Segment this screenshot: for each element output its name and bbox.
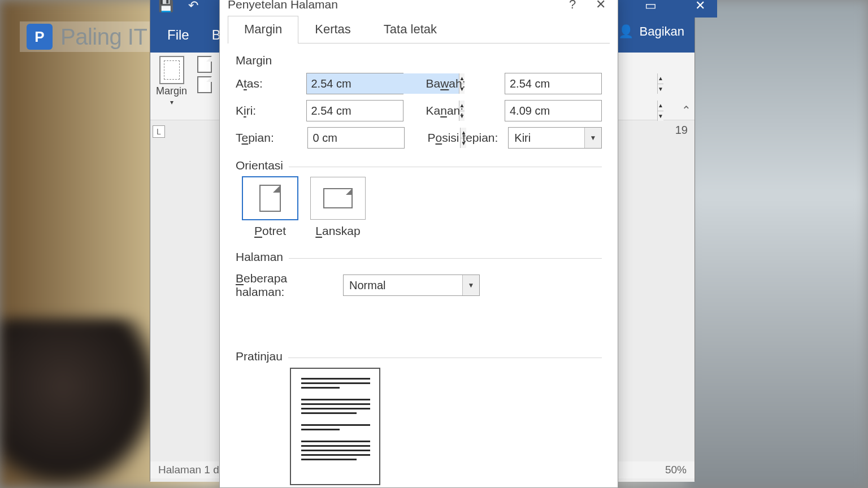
page-setup-dialog: Penyetelan Halaman ? ✕ Margin Kertas Tat…: [219, 0, 618, 488]
ribbon-margin-label: Margin: [156, 85, 187, 97]
group-orientasi: Orientasi: [236, 159, 283, 172]
tab-tata-letak[interactable]: Tata letak: [367, 16, 453, 43]
ruler-marker: 19: [675, 124, 688, 137]
save-icon[interactable]: 💾: [158, 0, 173, 13]
label-bawah: Bawah:: [426, 77, 500, 90]
spin-up-icon[interactable]: ▲: [658, 101, 663, 111]
spin-up-icon[interactable]: ▲: [658, 73, 663, 84]
preview-page: [290, 368, 380, 485]
watermark-logo-icon: P: [27, 24, 53, 50]
portrait-label: Potret: [254, 224, 286, 238]
portrait-icon: [259, 185, 281, 212]
dialog-body: Margin Atas: ▲▼ Bawah: ▲▼ Kiri: ▲▼ Kanan…: [220, 43, 618, 485]
select-beberapa-value: Normal: [344, 279, 462, 292]
watermark-text: Paling IT: [60, 24, 147, 50]
input-atas[interactable]: ▲▼: [306, 73, 403, 94]
ribbon-page-icons[interactable]: [197, 56, 212, 93]
divider: [289, 258, 602, 259]
spin-down-icon[interactable]: ▼: [658, 111, 663, 121]
dialog-title: Penyetelan Halaman: [228, 0, 338, 11]
select-posisi-value: Kiri: [509, 132, 584, 145]
group-margin: Margin: [236, 54, 602, 67]
landscape-label: Lanskap: [315, 224, 360, 238]
dialog-tabs: Margin Kertas Tata letak: [228, 15, 610, 43]
word-restore-icon[interactable]: ▭: [633, 0, 667, 18]
status-zoom[interactable]: 50%: [665, 464, 687, 476]
ribbon-margin-button[interactable]: Margin ▾: [156, 56, 187, 106]
watermark: P Paling IT: [20, 21, 154, 52]
group-halaman: Halaman: [236, 250, 283, 264]
input-bawah-field[interactable]: [505, 73, 657, 94]
landscape-icon: [323, 188, 353, 208]
group-pratinjau: Pratinjau: [236, 350, 283, 363]
input-bawah[interactable]: ▲▼: [505, 73, 602, 94]
dialog-help-icon[interactable]: ?: [560, 0, 585, 14]
status-page: Halaman 1 da: [158, 464, 225, 476]
ruler-corner-icon[interactable]: L: [153, 125, 165, 138]
chevron-down-icon[interactable]: ▼: [584, 128, 601, 148]
orientation-portrait[interactable]: Potret: [242, 177, 298, 238]
dialog-close-icon[interactable]: ✕: [588, 0, 613, 14]
share-icon: 👤: [618, 24, 633, 39]
input-kiri[interactable]: ▲▼: [306, 100, 403, 121]
input-tepian[interactable]: ▲▼: [307, 127, 405, 149]
undo-icon[interactable]: ↶: [188, 0, 198, 13]
margin-icon: [159, 56, 184, 84]
label-posisi-tepian: Posisi tepian:: [427, 131, 502, 145]
label-kiri: Kiri:: [236, 104, 301, 117]
chevron-down-icon[interactable]: ▼: [462, 275, 479, 295]
input-kanan[interactable]: ▲▼: [505, 100, 602, 121]
tab-margin[interactable]: Margin: [228, 16, 298, 43]
label-tepian: Tepian:: [236, 131, 302, 145]
input-kanan-field[interactable]: [505, 101, 657, 121]
select-posisi-tepian[interactable]: Kiri ▼: [508, 127, 602, 149]
label-beberapa-halaman: Beberapa halaman:: [236, 272, 337, 299]
ribbon-share[interactable]: 👤 Bagikan: [618, 24, 684, 39]
select-beberapa-halaman[interactable]: Normal ▼: [343, 274, 480, 296]
orientation-icon[interactable]: [197, 56, 212, 73]
chevron-down-icon: ▾: [170, 98, 173, 106]
label-kanan: Kanan:: [426, 104, 500, 117]
dialog-titlebar: Penyetelan Halaman ? ✕: [220, 0, 618, 15]
tab-kertas[interactable]: Kertas: [298, 16, 367, 43]
divider: [289, 167, 602, 167]
share-label: Bagikan: [639, 24, 684, 39]
collapse-ribbon-icon[interactable]: ⌃: [682, 103, 691, 117]
word-close-icon[interactable]: ✕: [683, 0, 717, 18]
divider: [288, 358, 602, 358]
label-atas: Atas:: [236, 77, 301, 90]
size-icon[interactable]: [197, 76, 212, 93]
ribbon-file[interactable]: File: [167, 27, 189, 43]
spin-down-icon[interactable]: ▼: [658, 84, 663, 94]
orientation-landscape[interactable]: Lanskap: [310, 177, 366, 238]
